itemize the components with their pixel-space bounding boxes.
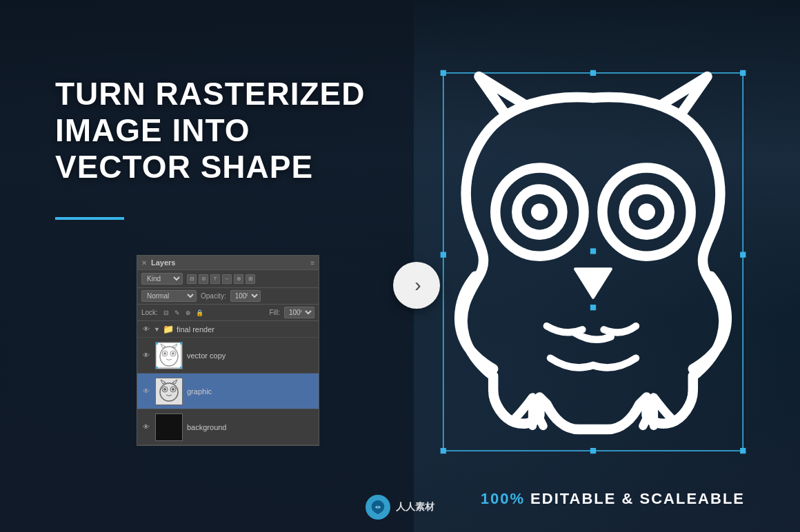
owl-vector-area: [421, 55, 766, 469]
arrow-right-icon: ›: [414, 274, 421, 296]
layers-close-icon[interactable]: ✕: [141, 259, 147, 267]
lock-position-icon[interactable]: ✎: [173, 308, 182, 317]
watermark-logo: [366, 495, 390, 520]
layer-vector-copy-eye[interactable]: 👁: [141, 351, 151, 359]
owl-svg: [421, 55, 766, 469]
layer-vector-copy-name: vector copy: [187, 351, 314, 360]
owl-beak: [575, 269, 611, 297]
layers-titlebar: ✕ Layers ≡: [137, 256, 319, 270]
lock-row: Lock: ⊟ ✎ ⊕ 🔒 Fill: 100%: [137, 305, 319, 321]
lock-label: Lock:: [141, 309, 158, 316]
svg-rect-9: [156, 342, 158, 345]
blending-row: Normal Opacity: 100%: [137, 288, 319, 305]
layer-graphic-name: graphic: [187, 387, 314, 396]
owl-eye-right-pupil: [638, 203, 655, 221]
layer-vector-copy-thumb-svg: [156, 342, 182, 369]
group-name: final render: [177, 325, 214, 334]
layer-graphic-thumb-svg: [156, 378, 182, 405]
arrow-button[interactable]: ›: [393, 262, 440, 309]
layer-background-thumb-svg: [156, 414, 182, 440]
owl-body-outline: [462, 97, 723, 429]
group-folder-icon: 📁: [163, 324, 174, 334]
svg-rect-21: [156, 414, 182, 440]
heading-line3: VECTOR SHAPE: [55, 149, 313, 185]
heading-underline: [55, 217, 124, 220]
anchor-mr: [740, 252, 746, 258]
anchor-br: [740, 448, 746, 453]
owl-feather-2: [575, 333, 611, 339]
type-filter-icon[interactable]: T: [210, 274, 220, 284]
bottom-text-prefix: 100%: [481, 490, 525, 507]
heading-line2: IMAGE INTO: [55, 112, 250, 148]
lock-artboards-icon[interactable]: ⊕: [184, 308, 193, 317]
anchor-tl: [441, 70, 446, 76]
layer-background-name: background: [187, 423, 314, 431]
layer-background-thumb: [155, 413, 183, 441]
layer-vector-copy-thumb: [155, 342, 183, 369]
svg-point-4: [163, 352, 166, 355]
watermark: 人人素材: [366, 495, 434, 520]
main-heading: TURN RASTERIZED IMAGE INTO VECTOR SHAPE: [55, 76, 365, 185]
bottom-text-suffix: EDITABLE & SCALEABLE: [525, 490, 745, 507]
artboard-filter-icon[interactable]: ⊞: [246, 274, 255, 284]
layers-panel: ✕ Layers ≡ Kind ⊟ ⊘ T ↔ ⊕ ⊞ Normal Opaci…: [137, 255, 319, 446]
owl-feather-bottom: [550, 358, 636, 368]
layers-titlebar-left: ✕ Layers: [141, 258, 175, 267]
opacity-label: Opacity:: [201, 292, 226, 300]
owl-eye-left-pupil: [531, 203, 548, 221]
svg-point-22: [377, 506, 379, 509]
layers-kind-toolbar: Kind ⊟ ⊘ T ↔ ⊕ ⊞: [137, 270, 319, 288]
lock-pixels-icon[interactable]: ⊟: [162, 308, 171, 317]
group-expand-arrow[interactable]: ▼: [154, 326, 160, 333]
kind-dropdown[interactable]: Kind: [141, 273, 183, 285]
shape-filter-icon[interactable]: ↔: [222, 274, 232, 284]
layer-group-header: 👁 ▼ 📁 final render: [137, 321, 319, 338]
watermark-logo-svg: [370, 499, 386, 515]
anchor-bl: [441, 448, 446, 453]
anchor-body-m: [590, 305, 596, 310]
anchor-body-t: [590, 248, 596, 254]
svg-rect-11: [156, 367, 158, 369]
watermark-text: 人人素材: [396, 501, 434, 513]
lock-all-icon[interactable]: 🔒: [195, 308, 204, 317]
group-visibility-eye[interactable]: 👁: [141, 325, 151, 333]
anchor-tr: [740, 70, 746, 76]
owl-feather-3: [604, 326, 637, 332]
layers-title: Layers: [151, 258, 175, 267]
bottom-text: 100% EDITABLE & SCALEABLE: [481, 490, 745, 508]
layers-menu-icon[interactable]: ≡: [310, 259, 314, 267]
adjustment-filter-icon[interactable]: ⊘: [199, 274, 208, 284]
anchor-bm: [590, 448, 596, 453]
svg-rect-10: [180, 342, 182, 345]
layer-row-background[interactable]: 👁 background: [137, 409, 319, 445]
layer-graphic-eye[interactable]: 👁: [141, 387, 151, 395]
layer-graphic-thumb: [155, 378, 183, 405]
layer-row-vector-copy[interactable]: 👁 vector: [137, 338, 319, 374]
layer-background-eye[interactable]: 👁: [141, 423, 151, 431]
svg-point-5: [172, 352, 174, 355]
anchor-ml: [441, 252, 446, 258]
layer-row-graphic[interactable]: 👁 graphic: [137, 374, 319, 409]
blending-mode-dropdown[interactable]: Normal: [141, 290, 197, 302]
fill-dropdown[interactable]: 100%: [284, 307, 314, 318]
lock-icons: ⊟ ✎ ⊕ 🔒: [162, 308, 204, 317]
fill-label: Fill:: [269, 309, 280, 316]
svg-rect-12: [180, 367, 182, 369]
toolbar-icons: ⊟ ⊘ T ↔ ⊕ ⊞: [187, 274, 255, 284]
svg-point-17: [163, 388, 166, 391]
pixel-filter-icon[interactable]: ⊟: [187, 274, 197, 284]
smart-filter-icon[interactable]: ⊕: [234, 274, 243, 284]
opacity-dropdown[interactable]: 100%: [230, 290, 261, 302]
heading-line1: TURN RASTERIZED: [55, 76, 365, 112]
anchor-tm: [590, 70, 596, 76]
svg-point-18: [172, 388, 174, 391]
